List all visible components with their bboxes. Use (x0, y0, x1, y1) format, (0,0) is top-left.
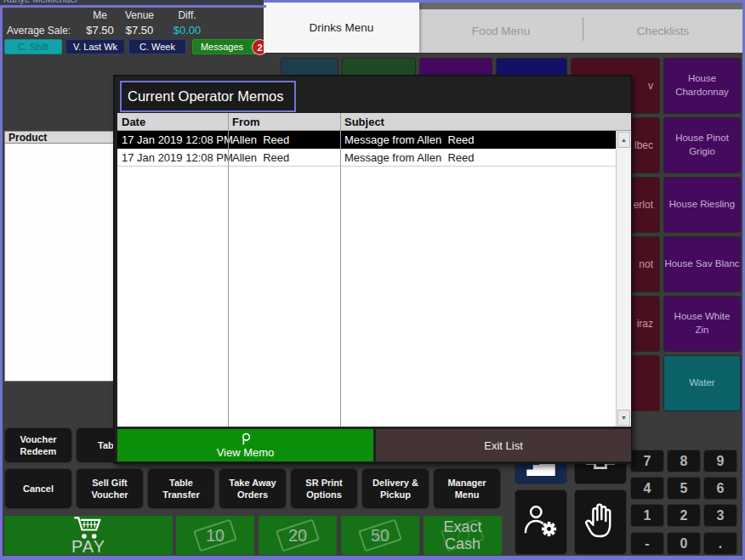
memo-table-header-row: Date From Subject (117, 113, 631, 131)
average-sale-venue: $7.50 (119, 24, 160, 37)
memo-row-date: 17 Jan 2019 12:08 PM (122, 149, 233, 167)
scroll-up-button[interactable]: ▲ (617, 132, 630, 148)
cash-20-label: 20 (288, 526, 307, 546)
tab-food-menu-label: Food Menu (472, 25, 530, 37)
current-shift-button[interactable]: C. Shift (4, 39, 62, 54)
memo-row[interactable]: 17 Jan 2019 12:08 PM Allen Reed Message … (117, 149, 616, 167)
pos-window: Kanye McMichael Me Venue Diff. Average S… (0, 0, 745, 560)
operator-name-clipped: Kanye McMichael (3, 0, 77, 4)
numpad-minus[interactable]: - (630, 532, 664, 555)
memo-row-subject: Message from Allen Reed (344, 149, 474, 167)
view-memo-button[interactable]: View Memo (117, 429, 373, 461)
wine-button-1-label: v (648, 80, 653, 92)
house-sav-blanc-button[interactable]: House Sav Blanc (663, 236, 741, 292)
cart-icon (71, 515, 106, 537)
delivery-pickup-button[interactable]: Delivery & Pickup (361, 468, 429, 509)
house-riesling-button[interactable]: House Riesling (663, 177, 741, 233)
stop-hand-button[interactable] (574, 489, 627, 555)
cash-10-label: 10 (206, 526, 225, 546)
wine-button-4-label: not (639, 258, 653, 270)
cash-50-button[interactable]: 50 (341, 516, 419, 555)
scroll-down-icon: ▼ (621, 415, 627, 421)
window-border-bottom (0, 556, 745, 560)
exact-cash-label: Exact Cash (443, 518, 481, 552)
numpad-9[interactable]: 9 (703, 450, 737, 472)
messages-button[interactable]: Messages (192, 39, 262, 54)
house-white-zin-button[interactable]: House White Zin (663, 296, 741, 352)
wine-button-3-label: erlot (634, 199, 653, 211)
table-transfer-button[interactable]: Table Transfer (147, 468, 215, 509)
cancel-button[interactable]: Cancel (4, 468, 72, 509)
stop-hand-icon (583, 502, 617, 543)
pay-button-label: PAY (71, 537, 105, 557)
numpad-6[interactable]: 6 (703, 477, 737, 500)
average-sale-me: $7.50 (81, 24, 119, 37)
exact-cash-button[interactable]: Exact Cash (424, 516, 502, 555)
cash-50-label: 50 (371, 526, 390, 546)
cash-10-button[interactable]: 10 (176, 516, 254, 555)
product-list (4, 144, 115, 382)
sell-gift-voucher-button[interactable]: Sell Gift Voucher (76, 468, 144, 509)
tab-drinks-menu-label: Drinks Menu (310, 21, 374, 34)
house-chardonnay-button[interactable]: House Chardonnay (663, 58, 741, 114)
column-header-subject: Subject (344, 113, 384, 131)
stats-header-me: Me (81, 9, 119, 21)
manager-menu-button[interactable]: Manager Menu (433, 468, 501, 509)
wine-button-2-label: lbec (634, 139, 653, 151)
numpad-4[interactable]: 4 (630, 477, 664, 500)
tab-drinks-menu[interactable]: Drinks Menu (264, 3, 419, 53)
memo-table-scrollbar[interactable]: ▲ ▼ (616, 131, 631, 427)
memo-row-from: Allen Reed (232, 149, 289, 167)
cash-20-button[interactable]: 20 (259, 516, 337, 555)
stats-header-venue: Venue (119, 9, 160, 21)
numpad-0[interactable]: 0 (667, 532, 701, 555)
sr-print-options-button[interactable]: SR Print Options (290, 468, 358, 509)
average-sale-diff: $0.00 (167, 24, 208, 37)
voucher-redeem-button[interactable]: Voucher Redeem (4, 427, 72, 463)
magnifier-icon (240, 433, 251, 445)
tab-bar-top-strip (419, 3, 742, 9)
numpad-7[interactable]: 7 (630, 450, 664, 472)
average-sale-label: Average Sale: (7, 25, 71, 37)
column-divider (228, 113, 229, 427)
tab-checklists[interactable]: Checklists (583, 9, 742, 53)
view-memo-label: View Memo (217, 446, 275, 459)
pay-button[interactable]: PAY (4, 516, 173, 555)
operator-settings-button[interactable] (515, 489, 567, 555)
product-column-header: Product (4, 131, 115, 144)
exit-list-button[interactable]: Exit List (376, 429, 631, 461)
stats-header-diff: Diff. (167, 9, 208, 21)
memo-row-from: Allen Reed (232, 131, 289, 149)
numpad-2[interactable]: 2 (667, 504, 701, 527)
dialog-title: Current Operator Memos (128, 88, 283, 105)
numpad-dot[interactable]: . (703, 532, 737, 555)
column-header-from: From (232, 113, 260, 131)
column-divider (340, 113, 341, 427)
dialog-title-box: Current Operator Memos (120, 81, 296, 112)
tab-food-menu[interactable]: Food Menu (419, 9, 583, 53)
tab-checklists-label: Checklists (637, 25, 690, 37)
operator-settings-icon (522, 504, 560, 541)
numpad-8[interactable]: 8 (667, 450, 701, 472)
scroll-down-button[interactable]: ▼ (617, 410, 630, 426)
scroll-up-icon: ▲ (621, 137, 627, 143)
column-header-date: Date (122, 113, 145, 131)
numpad-5[interactable]: 5 (667, 477, 701, 500)
current-operator-memos-dialog: Current Operator Memos Date From Subject… (113, 75, 632, 464)
memo-table: Date From Subject 17 Jan 2019 12:08 PM A… (117, 113, 631, 427)
window-border-left (0, 5, 3, 560)
venue-last-week-button[interactable]: V. Last Wk (65, 39, 125, 54)
window-border-top-left (0, 5, 266, 8)
numpad-3[interactable]: 3 (703, 504, 737, 527)
exit-list-label: Exit List (484, 439, 523, 452)
memo-row-date: 17 Jan 2019 12:08 PM (122, 131, 233, 149)
current-week-button[interactable]: C. Week (128, 39, 186, 54)
memo-row-selected[interactable]: 17 Jan 2019 12:08 PM Allen Reed Message … (117, 131, 616, 149)
memo-row-subject: Message from Allen Reed (344, 131, 474, 149)
take-away-orders-button[interactable]: Take Away Orders (219, 468, 287, 509)
titlebar-strip: Kanye McMichael (0, 0, 264, 5)
numpad-1[interactable]: 1 (630, 504, 664, 527)
water-button[interactable]: Water (663, 355, 741, 411)
wine-button-5-label: iraz (637, 318, 653, 330)
house-pinot-grigio-button[interactable]: House Pinot Grigio (663, 117, 741, 173)
